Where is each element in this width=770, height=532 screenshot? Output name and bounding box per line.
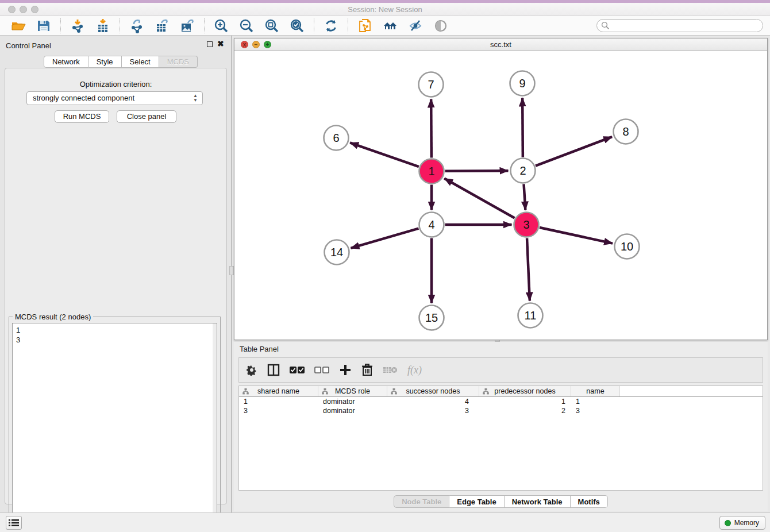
column-view-icon[interactable] — [267, 364, 280, 376]
gear-icon[interactable] — [246, 364, 257, 376]
tab-select[interactable]: Select — [122, 56, 159, 68]
add-column-icon[interactable] — [339, 364, 352, 376]
node-8[interactable]: 8 — [614, 119, 638, 144]
node-label: 1 — [428, 165, 434, 178]
result-scrollbar[interactable] — [213, 323, 217, 526]
table-row[interactable]: 3dominator323 — [239, 406, 763, 415]
column-header-name[interactable]: name — [571, 386, 620, 396]
edge-3-1[interactable] — [444, 179, 514, 218]
edge-4-14[interactable] — [351, 229, 418, 248]
column-header-successor-nodes[interactable]: successor nodes — [387, 386, 479, 396]
import-table-icon[interactable] — [95, 18, 110, 33]
tab-edge-table[interactable]: Edge Table — [449, 495, 504, 508]
edge-2-8[interactable] — [536, 137, 612, 166]
float-panel-icon[interactable] — [207, 41, 213, 47]
node-label: 11 — [525, 309, 537, 322]
function-builder-icon: f(x) — [407, 364, 422, 376]
node-label: 2 — [519, 164, 526, 177]
table-cell[interactable]: 2 — [479, 406, 571, 415]
export-table-icon[interactable] — [155, 18, 170, 33]
node-label: 8 — [622, 125, 629, 138]
show-graphics-details-icon[interactable] — [433, 18, 448, 33]
close-panel-icon[interactable]: ✖ — [217, 40, 224, 48]
table-cell[interactable]: dominator — [318, 397, 387, 406]
tab-style[interactable]: Style — [88, 56, 122, 68]
mcds-result-box[interactable]: 1 3 — [12, 323, 217, 527]
control-panel-title: Control Panel — [6, 41, 51, 50]
edge-1-2[interactable] — [445, 171, 508, 171]
edge-1-6[interactable] — [350, 142, 419, 167]
tab-mcds[interactable]: MCDS — [159, 56, 198, 68]
edge-1-7[interactable] — [431, 99, 432, 157]
node-label: 14 — [330, 246, 343, 259]
zoom-selected-icon[interactable] — [290, 18, 305, 33]
open-folder-icon[interactable] — [11, 18, 26, 33]
node-4[interactable]: 4 — [419, 213, 444, 237]
task-history-button[interactable] — [6, 516, 22, 530]
homes-icon[interactable] — [383, 18, 398, 33]
column-header-label: name — [586, 387, 604, 395]
search-input[interactable] — [596, 19, 763, 32]
node-1[interactable]: 1 — [419, 159, 444, 184]
table-cell[interactable]: 1 — [239, 397, 318, 406]
select-all-icon[interactable] — [290, 366, 305, 374]
zoom-fit-icon[interactable] — [264, 18, 279, 33]
node-15[interactable]: 15 — [419, 306, 444, 330]
table-cell[interactable]: 4 — [387, 397, 479, 406]
node-3[interactable]: 3 — [514, 213, 539, 237]
table-cell[interactable]: 3 — [239, 406, 318, 415]
network-canvas[interactable]: 7968124314101511 — [234, 51, 767, 340]
tab-network[interactable]: Network — [44, 56, 88, 68]
table-cell[interactable]: 1 — [479, 397, 571, 406]
tab-motifs[interactable]: Motifs — [571, 495, 608, 508]
column-header-label: shared name — [257, 387, 299, 395]
node-14[interactable]: 14 — [325, 240, 349, 265]
edge-3-11[interactable] — [527, 238, 530, 300]
delete-column-icon[interactable] — [361, 364, 373, 376]
network-view-window: x − + scc.txt 7968124314101511 — [234, 38, 768, 340]
node-6[interactable]: 6 — [324, 126, 349, 151]
export-network-icon[interactable] — [129, 18, 144, 33]
node-2[interactable]: 2 — [511, 159, 536, 183]
new-network-from-file-icon[interactable] — [357, 18, 372, 33]
edge-2-9[interactable] — [522, 98, 523, 157]
table-cell[interactable]: 1 — [571, 397, 620, 406]
import-network-icon[interactable] — [70, 18, 85, 33]
node-10[interactable]: 10 — [615, 234, 640, 259]
network-graph[interactable]: 7968124314101511 — [234, 51, 767, 340]
refresh-icon[interactable] — [324, 18, 338, 33]
run-mcds-button[interactable]: Run MCDS — [55, 110, 109, 123]
zoom-out-icon[interactable] — [239, 18, 254, 33]
column-header-shared-name[interactable]: shared name — [239, 386, 318, 396]
hide-details-icon[interactable] — [408, 18, 423, 33]
column-header-predecessor-nodes[interactable]: predecessor nodes — [479, 386, 571, 396]
table-cell[interactable]: dominator — [318, 406, 387, 415]
export-image-icon[interactable] — [180, 18, 195, 33]
memory-label: Memory — [734, 519, 759, 527]
criterion-dropdown[interactable]: strongly connected component ▲▼ — [26, 91, 203, 105]
unselect-all-icon[interactable] — [314, 366, 329, 374]
network-window-titlebar[interactable]: x − + scc.txt — [234, 38, 767, 51]
table-cell[interactable]: 3 — [387, 406, 479, 415]
close-panel-button[interactable]: Close panel — [117, 110, 176, 123]
column-type-icon — [483, 388, 489, 395]
tab-node-table[interactable]: Node Table — [394, 495, 449, 508]
node-11[interactable]: 11 — [518, 303, 543, 328]
node-7[interactable]: 7 — [419, 72, 444, 97]
tab-network-table[interactable]: Network Table — [505, 495, 571, 508]
splitter-grip[interactable] — [229, 266, 234, 275]
edge-2-3[interactable] — [523, 184, 525, 210]
save-icon[interactable] — [36, 18, 51, 33]
column-header-mcds-role[interactable]: MCDS role — [318, 386, 387, 396]
criterion-value: strongly connected component — [33, 94, 134, 102]
table-row[interactable]: 1dominator411 — [239, 397, 763, 406]
mcds-result-lines: 1 3 — [13, 323, 217, 345]
memory-button[interactable]: Memory — [719, 516, 765, 530]
zoom-in-icon[interactable] — [214, 18, 229, 33]
node-table[interactable]: shared nameMCDS rolesuccessor nodesprede… — [238, 385, 763, 491]
edge-3-10[interactable] — [540, 228, 613, 244]
node-9[interactable]: 9 — [510, 71, 535, 96]
table-cell[interactable]: 3 — [571, 406, 620, 415]
toolbar-separator — [120, 18, 120, 33]
column-header-label: successor nodes — [406, 387, 460, 395]
